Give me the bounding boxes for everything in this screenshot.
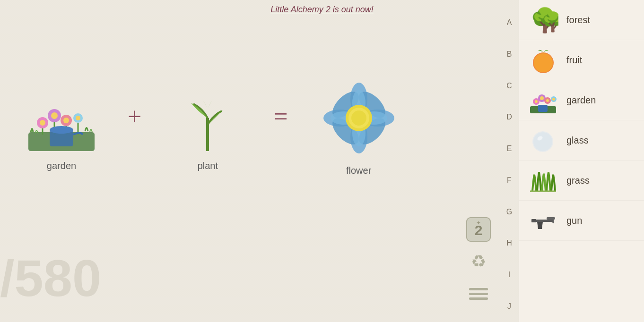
- ingredient2-icon[interactable]: [170, 80, 245, 156]
- alchemy2-icon: 2 ✦: [464, 215, 493, 244]
- svg-point-47: [546, 99, 549, 102]
- svg-rect-34: [469, 288, 488, 290]
- garden-svg: [24, 80, 99, 156]
- ingredient2-block: plant: [170, 80, 245, 171]
- svg-point-2: [40, 120, 45, 126]
- glass-icon: [526, 124, 559, 157]
- glass-label: glass: [566, 135, 589, 146]
- equation-area: garden + plant =: [24, 76, 401, 176]
- garden-list-icon: [526, 84, 559, 117]
- alphabet-sidebar: A B C D E F G H I J: [500, 0, 519, 322]
- svg-point-40: [534, 53, 553, 72]
- menu-icon: [464, 280, 493, 308]
- top-banner: Little Alchemy 2 is out now!: [0, 0, 644, 19]
- svg-point-29: [351, 110, 366, 126]
- svg-text:✦: ✦: [476, 220, 481, 226]
- grass-label: grass: [566, 175, 590, 186]
- equals-operator: =: [274, 102, 287, 130]
- fruit-label: fruit: [566, 55, 582, 66]
- garden-label: garden: [566, 95, 596, 106]
- gun-icon: [526, 204, 559, 237]
- element-row-gun[interactable]: gun: [519, 201, 644, 241]
- svg-point-43: [535, 100, 538, 103]
- ingredient1-block: garden: [24, 80, 99, 171]
- svg-rect-56: [531, 219, 536, 222]
- alpha-H[interactable]: H: [500, 228, 519, 259]
- svg-rect-50: [538, 105, 548, 112]
- svg-point-6: [63, 118, 69, 123]
- grass-icon: [526, 164, 559, 197]
- svg-point-49: [552, 98, 555, 101]
- svg-point-52: [533, 132, 552, 151]
- elements-list: 🌳 🌳 forest fruit: [519, 0, 644, 322]
- element-row-glass[interactable]: glass: [519, 120, 644, 161]
- gun-label: gun: [566, 215, 582, 226]
- sidebar-action-buttons: 2 ✦ ♻: [464, 215, 493, 308]
- result-icon[interactable]: [316, 76, 401, 161]
- ingredient2-label: plant: [198, 161, 218, 171]
- alchemy2-button[interactable]: 2 ✦: [464, 215, 493, 244]
- alchemy2-link[interactable]: Little Alchemy 2 is out now!: [270, 5, 373, 14]
- element-row-grass[interactable]: grass: [519, 161, 644, 201]
- element-row-garden[interactable]: garden: [519, 80, 644, 120]
- plus-operator: +: [128, 102, 141, 130]
- score-display: /580: [0, 248, 101, 308]
- svg-text:♻: ♻: [471, 252, 486, 271]
- svg-point-4: [51, 112, 58, 119]
- recycle-icon: ♻: [464, 247, 493, 276]
- flower-svg: [316, 76, 401, 161]
- svg-rect-35: [469, 293, 488, 295]
- alpha-B[interactable]: B: [500, 39, 519, 70]
- ingredient1-icon[interactable]: [24, 80, 99, 156]
- plant-svg: [170, 80, 245, 156]
- element-row-fruit[interactable]: fruit: [519, 40, 644, 80]
- svg-rect-55: [547, 217, 555, 220]
- alpha-G[interactable]: G: [500, 196, 519, 228]
- svg-point-45: [540, 96, 544, 100]
- result-label: flower: [346, 165, 371, 176]
- svg-point-8: [76, 116, 80, 120]
- alpha-J[interactable]: J: [500, 290, 519, 322]
- fruit-icon: [526, 43, 559, 76]
- alpha-E[interactable]: E: [500, 133, 519, 165]
- menu-button[interactable]: [464, 280, 493, 308]
- alpha-F[interactable]: F: [500, 165, 519, 196]
- ingredient1-label: garden: [47, 161, 76, 171]
- alpha-C[interactable]: C: [500, 70, 519, 102]
- recycle-button[interactable]: ♻: [464, 247, 493, 276]
- svg-point-14: [50, 126, 73, 134]
- svg-rect-36: [469, 297, 488, 300]
- result-block: flower: [316, 76, 401, 176]
- alpha-D[interactable]: D: [500, 102, 519, 133]
- alpha-I[interactable]: I: [500, 259, 519, 291]
